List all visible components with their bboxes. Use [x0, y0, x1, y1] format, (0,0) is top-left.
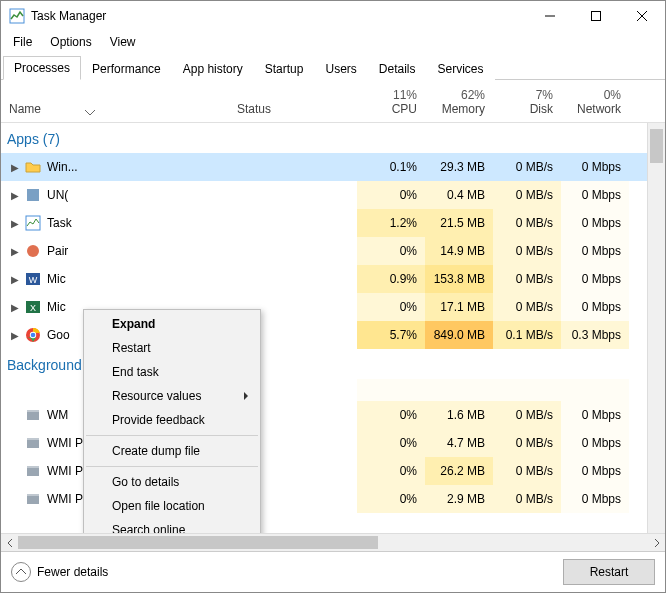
restart-button[interactable]: Restart [563, 559, 655, 585]
col-header-name[interactable]: Name [1, 106, 229, 122]
process-row[interactable]: ▶ W Mic 0.9% 153.8 MB 0 MB/s 0 Mbps [1, 265, 665, 293]
cell-disk: 0 MB/s [493, 153, 561, 181]
svg-text:X: X [30, 303, 36, 313]
app-icon [25, 187, 41, 203]
svg-rect-5 [27, 189, 39, 201]
process-name: Task [47, 216, 72, 230]
menu-view[interactable]: View [102, 33, 144, 51]
tab-services[interactable]: Services [427, 57, 495, 80]
tab-startup[interactable]: Startup [254, 57, 315, 80]
svg-rect-20 [27, 466, 39, 468]
sort-indicator-icon [85, 110, 99, 116]
titlebar: Task Manager [1, 1, 665, 31]
process-row[interactable]: ▶ Task 1.2% 21.5 MB 0 MB/s 0 Mbps [1, 209, 665, 237]
task-manager-window: Task Manager File Options View Processes… [0, 0, 666, 593]
svg-rect-22 [27, 494, 39, 496]
column-headers: Name Status 11% CPU 62% Memory 7% Disk 0… [1, 80, 665, 123]
expand-chevron-icon[interactable]: ▶ [9, 218, 21, 229]
svg-text:W: W [29, 275, 38, 285]
service-icon [25, 435, 41, 451]
app-icon [25, 243, 41, 259]
ctx-open-file-location[interactable]: Open file location [84, 494, 260, 518]
ctx-separator [86, 435, 258, 436]
menubar: File Options View [1, 31, 665, 53]
cell-net: 0 Mbps [561, 153, 629, 181]
ctx-create-dump[interactable]: Create dump file [84, 439, 260, 463]
svg-rect-6 [26, 216, 40, 230]
tab-app-history[interactable]: App history [172, 57, 254, 80]
app-icon [9, 8, 25, 24]
scrollbar-thumb[interactable] [18, 536, 378, 549]
service-icon [25, 463, 41, 479]
fewer-details-label: Fewer details [37, 565, 108, 579]
ctx-resource-values[interactable]: Resource values [84, 384, 260, 408]
svg-rect-21 [27, 496, 39, 504]
svg-rect-18 [27, 438, 39, 440]
process-name: Win... [47, 160, 78, 174]
expand-chevron-icon[interactable]: ▶ [9, 246, 21, 257]
ctx-search-online[interactable]: Search online [84, 518, 260, 533]
svg-rect-15 [27, 412, 39, 420]
service-icon [25, 491, 41, 507]
process-list[interactable]: Apps (7) ▶ Win... 0.1% 29.3 MB 0 MB/s 0 … [1, 123, 665, 533]
expand-chevron-icon[interactable]: ▶ [9, 190, 21, 201]
process-name: Mic [47, 272, 66, 286]
svg-rect-16 [27, 410, 39, 412]
ctx-restart[interactable]: Restart [84, 336, 260, 360]
expand-chevron-icon[interactable]: ▶ [9, 274, 21, 285]
expand-chevron-icon[interactable]: ▶ [9, 330, 21, 341]
process-name: Mic [47, 300, 66, 314]
scrollbar-thumb[interactable] [650, 129, 663, 163]
service-icon [25, 407, 41, 423]
cell-mem: 29.3 MB [425, 153, 493, 181]
expand-chevron-icon[interactable]: ▶ [9, 162, 21, 173]
svg-rect-2 [592, 12, 601, 21]
svg-point-14 [31, 333, 36, 338]
expand-chevron-icon[interactable]: ▶ [9, 302, 21, 313]
col-header-memory[interactable]: 62% Memory [425, 84, 493, 122]
taskmgr-icon [25, 215, 41, 231]
footer: Fewer details Restart [1, 551, 665, 592]
col-header-disk[interactable]: 7% Disk [493, 84, 561, 122]
process-row[interactable]: ▶ Pair 0% 14.9 MB 0 MB/s 0 Mbps [1, 237, 665, 265]
fewer-details-toggle[interactable]: Fewer details [11, 562, 108, 582]
svg-rect-17 [27, 440, 39, 448]
ctx-end-task[interactable]: End task [84, 360, 260, 384]
ctx-expand[interactable]: Expand [84, 312, 260, 336]
ctx-separator [86, 466, 258, 467]
menu-options[interactable]: Options [42, 33, 99, 51]
process-name: Pair [47, 244, 68, 258]
word-icon: W [25, 271, 41, 287]
ctx-go-to-details[interactable]: Go to details [84, 470, 260, 494]
tab-details[interactable]: Details [368, 57, 427, 80]
tab-users[interactable]: Users [314, 57, 367, 80]
excel-icon: X [25, 299, 41, 315]
group-apps-title: Apps (7) [1, 123, 665, 153]
horizontal-scrollbar[interactable] [1, 533, 665, 551]
tab-performance[interactable]: Performance [81, 57, 172, 80]
process-name: WM [47, 408, 68, 422]
close-button[interactable] [619, 1, 665, 31]
process-row[interactable]: ▶ Win... 0.1% 29.3 MB 0 MB/s 0 Mbps [1, 153, 665, 181]
col-header-status[interactable]: Status [229, 98, 357, 122]
menu-file[interactable]: File [5, 33, 40, 51]
chrome-icon [25, 327, 41, 343]
process-name: UN( [47, 188, 68, 202]
maximize-button[interactable] [573, 1, 619, 31]
vertical-scrollbar[interactable] [647, 123, 665, 533]
process-row[interactable]: ▶ UN( 0% 0.4 MB 0 MB/s 0 Mbps [1, 181, 665, 209]
col-header-network[interactable]: 0% Network [561, 84, 629, 122]
svg-point-7 [27, 245, 39, 257]
scroll-left-icon[interactable] [1, 534, 18, 551]
minimize-button[interactable] [527, 1, 573, 31]
cell-cpu: 0.1% [357, 153, 425, 181]
svg-rect-19 [27, 468, 39, 476]
ctx-provide-feedback[interactable]: Provide feedback [84, 408, 260, 432]
tab-processes[interactable]: Processes [3, 56, 81, 80]
col-header-cpu[interactable]: 11% CPU [357, 84, 425, 122]
context-menu: Expand Restart End task Resource values … [83, 309, 261, 533]
window-title: Task Manager [31, 9, 106, 23]
chevron-up-icon [11, 562, 31, 582]
scroll-right-icon[interactable] [648, 534, 665, 551]
process-name: Goo [47, 328, 70, 342]
